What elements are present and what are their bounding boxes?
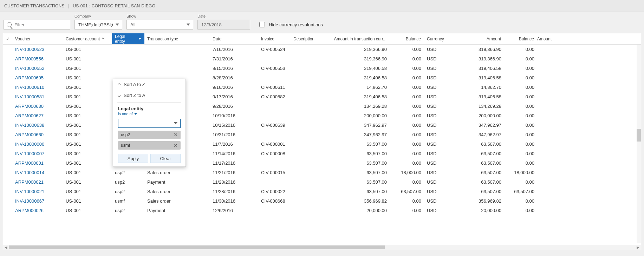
voucher-link[interactable]: INV-10000014	[12, 170, 63, 175]
col-amount[interactable]: Amount	[445, 33, 504, 44]
scroll-right-arrow-icon[interactable]: ►	[635, 245, 641, 250]
voucher-link[interactable]: INV-10000007	[12, 151, 63, 156]
voucher-link[interactable]: INV-10000000	[12, 142, 63, 147]
voucher-link[interactable]: ARPM000556	[12, 56, 63, 61]
breadcrumb-context: US-001 : CONTOSO RETAIL SAN DIEGO	[73, 4, 155, 8]
table-row[interactable]: ARPM000001US-001usp2Payment11/17/201663,…	[3, 158, 637, 168]
vertical-scroll-thumb[interactable]	[637, 129, 641, 142]
table-row[interactable]: ARPM000630US-0019/28/2016134,269.280.00U…	[3, 101, 637, 111]
voucher-link[interactable]: ARPM000630	[12, 104, 63, 109]
amount-cell: 356,969.82	[445, 198, 504, 204]
col-balance-2[interactable]: Balance	[504, 33, 537, 44]
table-row[interactable]: INV-10000552US-0018/15/2016CIV-000553319…	[3, 64, 637, 73]
table-row[interactable]: INV-10000014US-001usp2Sales order11/21/2…	[3, 168, 637, 177]
balance-1-cell: 0.00	[390, 66, 424, 71]
voucher-link[interactable]: ARPM000660	[12, 132, 63, 137]
filter-search-input[interactable]	[14, 22, 67, 28]
date-cell: 11/7/2016	[210, 142, 258, 147]
voucher-link[interactable]: ARPM000627	[12, 113, 63, 118]
currency-cell: USD	[424, 132, 445, 137]
vertical-scrollbar[interactable]	[637, 45, 641, 243]
customer-account-cell: US-001	[63, 160, 112, 166]
table-row[interactable]: INV-10000667US-001usmfSales order11/30/2…	[3, 196, 637, 206]
apply-button[interactable]: Apply	[118, 154, 148, 163]
company-dropdown[interactable]	[74, 20, 122, 29]
voucher-link[interactable]: INV-10000552	[12, 66, 63, 71]
balance-1-cell: 0.00	[390, 47, 424, 52]
filter-search[interactable]	[4, 20, 70, 29]
table-row[interactable]: ARPM000026US-001usp2Payment12/6/201620,0…	[3, 206, 637, 215]
voucher-link[interactable]: INV-10000610	[12, 85, 63, 90]
clear-button[interactable]: Clear	[150, 154, 181, 163]
scroll-left-arrow-icon[interactable]: ◄	[3, 245, 9, 250]
amount-cell: 63,507.00	[445, 160, 504, 166]
voucher-link[interactable]: INV-10000021	[12, 189, 63, 194]
table-row[interactable]: INV-10000523US-0017/16/2016CIV-000524319…	[3, 45, 637, 54]
voucher-link[interactable]: ARPM000605	[12, 75, 63, 80]
table-row[interactable]: INV-10000610US-0019/16/2016CIV-00061114,…	[3, 83, 637, 92]
col-transaction-type[interactable]: Transaction type	[144, 33, 210, 44]
horizontal-scrollbar[interactable]: ◄ ►	[3, 245, 641, 250]
company-value[interactable]	[78, 22, 113, 28]
col-date[interactable]: Date	[210, 33, 258, 44]
grid-header: ✓ Voucher Customer account Legal entity …	[3, 33, 641, 45]
table-row[interactable]: INV-10000021US-001usp2Sales order11/28/2…	[3, 187, 637, 196]
voucher-link[interactable]: INV-10000523	[12, 47, 63, 52]
table-row[interactable]: ARPM000605US-0018/28/2016319,406.580.00U…	[3, 73, 637, 83]
show-dropdown[interactable]	[126, 20, 193, 29]
amount-txc-cell: 319,406.58	[327, 75, 390, 80]
date-value[interactable]	[201, 22, 247, 28]
table-row[interactable]: INV-10000638US-00110/15/2016CIV-00063934…	[3, 120, 637, 130]
show-value[interactable]	[130, 22, 184, 28]
filter-value-combo[interactable]	[118, 119, 181, 128]
sort-a-to-z[interactable]: Sort A to Z	[113, 79, 186, 90]
amount-txc-cell: 63,507.00	[327, 189, 390, 194]
col-amount-3[interactable]: Amount	[537, 33, 555, 44]
voucher-link[interactable]: ARPM000001	[12, 160, 63, 166]
currency-cell: USD	[424, 85, 445, 90]
sort-z-to-a[interactable]: Sort Z to A	[113, 90, 186, 101]
table-row[interactable]: ARPM000627US-00110/10/2016200,000.000.00…	[3, 111, 637, 120]
table-row[interactable]: INV-10000007US-001usp2Sales order11/14/2…	[3, 149, 637, 158]
legal-entity-cell: usp2	[112, 189, 144, 194]
col-voucher[interactable]: Voucher	[12, 33, 63, 44]
customer-account-cell: US-001	[63, 208, 112, 213]
table-row[interactable]: INV-10000000US-001usp2Sales order11/7/20…	[3, 139, 637, 149]
voucher-link[interactable]: INV-10000667	[12, 198, 63, 204]
show-label: Show	[126, 14, 193, 18]
table-row[interactable]: INV-10000581US-0019/17/2016CIV-000582319…	[3, 92, 637, 101]
voucher-link[interactable]: INV-10000581	[12, 94, 63, 99]
col-description[interactable]: Description	[291, 33, 327, 44]
table-row[interactable]: ARPM000021US-001usp2Payment11/28/201663,…	[3, 177, 637, 187]
col-balance-1[interactable]: Balance	[390, 33, 424, 44]
arrow-up-icon	[118, 83, 121, 86]
customer-account-cell: US-001	[63, 179, 112, 185]
hide-revaluations-input[interactable]	[259, 22, 265, 27]
horizontal-scroll-thumb[interactable]	[9, 245, 385, 249]
currency-cell: USD	[424, 104, 445, 109]
remove-tag-icon[interactable]: ✕	[174, 143, 178, 148]
amount-txc-cell: 347,962.97	[327, 132, 390, 137]
filter-value-input[interactable]	[121, 120, 174, 126]
col-amount-transaction-currency[interactable]: Amount in transaction curr...	[327, 33, 390, 44]
col-invoice[interactable]: Invoice	[258, 33, 291, 44]
customer-account-cell: US-001	[63, 56, 112, 61]
currency-cell: USD	[424, 151, 445, 156]
hide-revaluations-checkbox[interactable]: Hide currency revaluations	[258, 20, 323, 29]
table-row[interactable]: ARPM000556US-0017/31/2016319,366.900.00U…	[3, 54, 637, 64]
col-legal-entity[interactable]: Legal entity	[112, 33, 144, 44]
col-currency[interactable]: Currency	[424, 33, 445, 44]
table-row[interactable]: ARPM000660US-001usmfPayment10/31/2016347…	[3, 130, 637, 139]
filter-tag-label: usmf	[121, 143, 130, 148]
filter-operator[interactable]: is one of	[113, 111, 186, 119]
col-customer-account[interactable]: Customer account	[63, 33, 112, 44]
customer-account-cell: US-001	[63, 151, 112, 156]
filter-bar: . Company Show Date Hide currency revalu…	[0, 12, 644, 33]
voucher-link[interactable]: INV-10000638	[12, 123, 63, 128]
remove-tag-icon[interactable]: ✕	[174, 132, 178, 138]
voucher-link[interactable]: ARPM000026	[12, 208, 63, 213]
voucher-link[interactable]: ARPM000021	[12, 179, 63, 185]
amount-cell: 319,406.58	[445, 66, 504, 71]
select-all-header[interactable]: ✓	[3, 33, 12, 44]
date-field[interactable]	[197, 20, 250, 29]
